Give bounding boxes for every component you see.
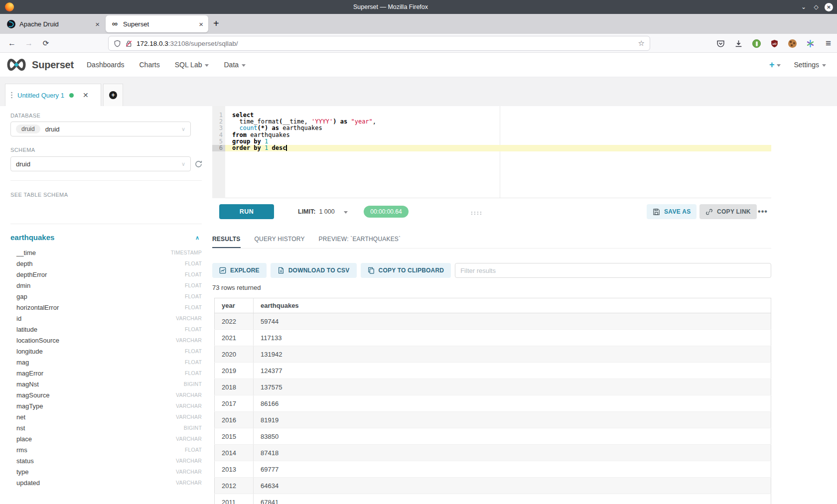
resize-handle[interactable]	[470, 208, 482, 217]
file-icon	[278, 267, 284, 274]
column-name: status	[10, 457, 34, 465]
firefox-logo-icon	[5, 2, 14, 11]
shield-icon[interactable]	[114, 40, 121, 47]
nav-item-charts[interactable]: Charts	[140, 61, 160, 69]
window-maximize-icon[interactable]: ◇	[812, 3, 820, 10]
column-name: rms	[10, 446, 27, 454]
privacy-extension-icon[interactable]	[752, 39, 761, 48]
database-select[interactable]: druid druid ∨	[10, 122, 191, 136]
column-name: depth	[10, 260, 33, 267]
column-name: latitude	[10, 326, 37, 333]
schema-column-row[interactable]: magFLOAT	[10, 357, 202, 368]
schema-column-row[interactable]: __timeTIMESTAMP	[10, 247, 202, 258]
collapse-table-chevron-icon[interactable]: ∧	[195, 235, 199, 241]
extension-icons: uO ≡	[716, 34, 833, 53]
schema-column-row[interactable]: magNstBIGINT	[10, 378, 202, 389]
schema-column-row[interactable]: longitudeFLOAT	[10, 346, 202, 357]
explore-button[interactable]: EXPLORE	[212, 263, 267, 278]
save-floppy-icon	[653, 208, 660, 216]
back-button[interactable]: ←	[6, 34, 18, 53]
schema-column-row[interactable]: rmsFLOAT	[10, 444, 202, 455]
schema-column-row[interactable]: updatedVARCHAR	[10, 477, 202, 488]
schema-column-row[interactable]: horizontalErrorFLOAT	[10, 302, 202, 313]
sql-editor[interactable]: select time_format(__time, 'YYYY') as "y…	[225, 106, 771, 198]
tab-query-history[interactable]: QUERY HISTORY	[255, 232, 305, 248]
run-button[interactable]: RUN	[219, 204, 274, 219]
window-minimize-icon[interactable]: ⌄	[800, 3, 808, 10]
tab-results[interactable]: RESULTS	[212, 232, 241, 248]
schema-column-row[interactable]: magErrorFLOAT	[10, 368, 202, 378]
schema-column-row[interactable]: idVARCHAR	[10, 313, 202, 324]
reload-button[interactable]: ⟳	[40, 34, 52, 53]
superset-logo[interactable]: Superset	[5, 58, 74, 72]
tab-close-icon[interactable]: ×	[95, 20, 100, 28]
schema-column-row[interactable]: latitudeFLOAT	[10, 324, 202, 335]
nav-item-dashboards[interactable]: Dashboards	[87, 61, 125, 69]
schema-column-row[interactable]: dminFLOAT	[10, 280, 202, 291]
tab-preview-earthquakes[interactable]: PREVIEW: `EARTHQUAKES`	[319, 232, 401, 248]
nav-item-sql-lab[interactable]: SQL Lab	[175, 61, 209, 69]
table-name-heading[interactable]: earthquakes	[10, 233, 54, 242]
schema-column-row[interactable]: netVARCHAR	[10, 411, 202, 422]
filter-results-input[interactable]	[455, 263, 771, 278]
browser-toolbar: ← → ⟳ 172.18.0.3 :32108/superset/sqllab/…	[0, 34, 837, 53]
schema-select[interactable]: druid ∨	[10, 156, 191, 171]
download-csv-button[interactable]: DOWNLOAD TO CSV	[271, 263, 357, 278]
window-close-button[interactable]: ✕	[825, 3, 833, 11]
tab-close-icon[interactable]: ×	[199, 20, 203, 28]
query-tab-close-icon[interactable]: ✕	[83, 91, 89, 99]
schema-column-row[interactable]: depthErrorFLOAT	[10, 269, 202, 280]
column-type: FLOAT	[185, 348, 202, 354]
column-header-year[interactable]: year	[215, 298, 254, 313]
nav-item-data[interactable]: Data	[224, 61, 246, 69]
forward-button[interactable]: →	[23, 34, 35, 53]
column-type: BIGINT	[184, 425, 202, 431]
hamburger-menu-icon[interactable]: ≡	[824, 39, 833, 48]
column-header-earthquakes[interactable]: earthquakes	[254, 298, 771, 313]
column-name: horizontalError	[10, 304, 59, 311]
schema-column-row[interactable]: magSourceVARCHAR	[10, 389, 202, 400]
table-cell: 69777	[254, 461, 771, 478]
sqllab-sidebar: DATABASE druid druid ∨ SCHEMA druid ∨ SE…	[0, 106, 204, 504]
table-cell: 2015	[215, 428, 254, 445]
refresh-schemas-icon[interactable]	[194, 160, 203, 168]
drag-handle-icon[interactable]	[10, 91, 13, 99]
pocket-icon[interactable]	[716, 39, 725, 48]
editor-toolbar: RUN LIMIT: 1 000 00:00:00.64 SAVE AS COP…	[0, 198, 837, 223]
settings-menu[interactable]: Settings	[794, 61, 826, 69]
copy-to-clipboard-button[interactable]: COPY TO CLIPBOARD	[361, 263, 451, 278]
new-tab-button[interactable]: +	[213, 18, 219, 29]
column-name: id	[10, 315, 21, 322]
query-tab-untitled[interactable]: Untitled Query 1 ✕	[5, 84, 101, 106]
bookmark-star-icon[interactable]: ☆	[638, 39, 645, 48]
ublock-shield-icon[interactable]: uO	[770, 39, 779, 48]
schema-column-row[interactable]: gapFLOAT	[10, 291, 202, 302]
browser-tab-superset[interactable]: ∞ Superset ×	[106, 15, 208, 32]
limit-dropdown[interactable]: LIMIT: 1 000	[298, 204, 348, 219]
new-item-button[interactable]: +	[769, 60, 781, 70]
column-type: VARCHAR	[176, 436, 202, 442]
downloads-icon[interactable]	[734, 39, 743, 48]
save-as-button[interactable]: SAVE AS	[647, 204, 697, 219]
text-cursor	[286, 145, 287, 151]
schema-column-row[interactable]: statusVARCHAR	[10, 455, 202, 466]
database-label: DATABASE	[10, 113, 40, 119]
schema-column-row[interactable]: typeVARCHAR	[10, 466, 202, 477]
schema-column-row[interactable]: magTypeVARCHAR	[10, 400, 202, 411]
schema-column-row[interactable]: locationSourceVARCHAR	[10, 335, 202, 346]
insecure-lock-icon[interactable]	[125, 40, 133, 47]
column-name: locationSource	[10, 337, 59, 344]
more-actions-button[interactable]: •••	[755, 204, 770, 219]
pinwheel-extension-icon[interactable]	[806, 39, 815, 48]
url-bar[interactable]: 172.18.0.3 :32108/superset/sqllab/ ☆	[108, 36, 650, 51]
copy-link-button[interactable]: COPY LINK	[699, 204, 757, 219]
table-cell: 2018	[215, 379, 254, 395]
add-query-tab-button[interactable]: +	[103, 84, 123, 106]
schema-column-row[interactable]: nstBIGINT	[10, 422, 202, 433]
column-type: VARCHAR	[176, 315, 202, 321]
cookie-extension-icon[interactable]	[788, 39, 797, 48]
results-table-wrap: year earthquakes 20225974420211171332020…	[214, 298, 771, 504]
schema-column-row[interactable]: placeVARCHAR	[10, 433, 202, 444]
browser-tab-apache-druid[interactable]: Apache Druid ×	[2, 15, 105, 32]
schema-column-row[interactable]: depthFLOAT	[10, 258, 202, 269]
